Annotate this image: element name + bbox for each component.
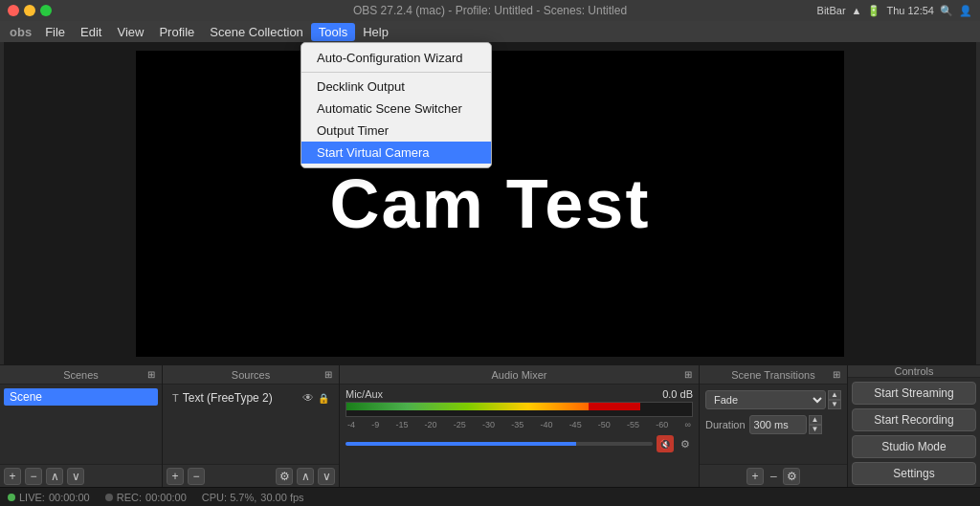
preview-content-text: Cam Test (330, 165, 651, 243)
tools-auto-switcher[interactable]: Automatic Scene Switcher (301, 98, 491, 120)
live-status: LIVE: 00:00:00 (8, 492, 90, 503)
scenes-down-btn[interactable]: ∨ (67, 468, 84, 485)
sources-content: T Text (FreeType 2) 👁 🔒 (163, 385, 339, 464)
transitions-footer: + − ⚙ (700, 464, 847, 487)
scenes-remove-btn[interactable]: − (25, 468, 42, 485)
menu-tools[interactable]: Tools (311, 23, 355, 41)
cpu-label: CPU: 5.7%, (202, 492, 256, 503)
duration-stepper-down[interactable]: ▼ (809, 425, 822, 434)
live-time: 00:00:00 (49, 492, 90, 503)
audio-content: Mic/Aux 0.0 dB -4 -9 -15 -20 (340, 385, 699, 487)
controls-panel: Controls Start Streaming Start Recording… (848, 365, 980, 487)
audio-meter (345, 402, 693, 417)
transitions-panel-icon[interactable]: ⊞ (830, 368, 843, 382)
tools-output-timer[interactable]: Output Timer (301, 120, 491, 142)
live-dot (8, 494, 15, 501)
scenes-panel-header: Scenes ⊞ (0, 365, 162, 385)
mic-db-value: 0.0 dB (662, 388, 693, 400)
transitions-header: Scene Transitions ⊞ (700, 365, 847, 385)
scenes-content: Scene (0, 385, 162, 464)
transition-stepper: ▲ ▼ (828, 390, 841, 409)
sources-add-btn[interactable]: + (167, 468, 184, 485)
menu-view[interactable]: View (109, 23, 151, 41)
audio-gear-btn[interactable]: ⚙ (678, 436, 693, 451)
rec-time: 00:00:00 (145, 492, 187, 503)
mute-button[interactable]: 🔇 (657, 435, 674, 452)
audio-mixer-panel: Audio Mixer ⊞ Mic/Aux 0.0 dB (340, 365, 700, 487)
audio-panel-icon[interactable]: ⊞ (681, 368, 695, 382)
tools-auto-config[interactable]: Auto-Configuration Wizard (301, 47, 491, 69)
start-streaming-button[interactable]: Start Streaming (852, 382, 976, 405)
user-icon[interactable]: 👤 (959, 5, 972, 17)
volume-slider[interactable] (345, 442, 653, 446)
scene-transitions-panel: Scene Transitions ⊞ Fade ▲ ▼ Duration (700, 365, 848, 487)
controls-header: Controls (848, 365, 980, 378)
studio-mode-button[interactable]: Studio Mode (852, 435, 976, 458)
rec-label: REC: (117, 492, 142, 503)
meter-labels: -4 -9 -15 -20 -25 -30 -35 -40 -45 -50 -5… (345, 420, 693, 429)
system-icons: BitBar ▲ 🔋 Thu 12:54 🔍 👤 (817, 0, 972, 21)
scene-item-scene[interactable]: Scene (4, 388, 158, 406)
transitions-label: Scene Transitions (731, 369, 814, 381)
minimize-button[interactable] (24, 5, 35, 16)
duration-stepper-up[interactable]: ▲ (809, 415, 822, 425)
transition-select[interactable]: Fade (705, 390, 826, 409)
search-icon[interactable]: 🔍 (940, 5, 953, 17)
scenes-label: Scenes (63, 369, 99, 381)
stepper-up[interactable]: ▲ (828, 390, 841, 400)
rec-status: REC: 00:00:00 (105, 492, 187, 503)
audio-channel-mic: Mic/Aux 0.0 dB -4 -9 -15 -20 (345, 388, 693, 452)
tools-dropdown: Auto-Configuration Wizard Decklink Outpu… (301, 42, 492, 168)
sources-down-btn[interactable]: ∨ (318, 468, 335, 485)
start-recording-button[interactable]: Start Recording (852, 408, 976, 431)
transition-select-row: Fade ▲ ▼ (705, 390, 841, 409)
menu-profile[interactable]: Profile (151, 23, 202, 41)
meter-scale (346, 403, 692, 410)
scenes-up-btn[interactable]: ∧ (46, 468, 63, 485)
tools-virtual-camera[interactable]: Start Virtual Camera (301, 142, 491, 164)
menu-edit[interactable]: Edit (73, 23, 109, 41)
menu-file[interactable]: File (37, 23, 73, 41)
meter-bar-red (589, 403, 640, 410)
sources-gear-btn[interactable]: ⚙ (276, 468, 293, 485)
controls-label: Controls (895, 365, 934, 377)
scenes-add-btn[interactable]: + (4, 468, 21, 485)
traffic-lights (0, 5, 52, 16)
source-eye-icon[interactable]: 👁 (302, 391, 314, 405)
bitbar-icon: BitBar (817, 5, 846, 16)
stepper-down[interactable]: ▼ (828, 400, 841, 409)
scenes-panel-icon[interactable]: ⊞ (145, 368, 158, 382)
sources-panel-icon[interactable]: ⊞ (322, 368, 335, 382)
scenes-footer: + − ∧ ∨ (0, 464, 162, 487)
meter-bar-green (346, 403, 589, 410)
transition-gear-btn[interactable]: ⚙ (783, 468, 800, 485)
battery-icon: 🔋 (867, 5, 880, 17)
transition-add-btn[interactable]: + (746, 468, 764, 485)
menu-separator-1 (301, 72, 491, 73)
duration-stepper: ▲ ▼ (809, 415, 822, 434)
maximize-button[interactable] (40, 5, 52, 16)
fps-label: 30.00 fps (260, 492, 303, 503)
live-label: LIVE: (19, 492, 45, 503)
title-bar: OBS 27.2.4 (mac) - Profile: Untitled - S… (0, 0, 980, 21)
tools-decklink[interactable]: Decklink Output (301, 76, 491, 98)
bottom-panels: Scenes ⊞ Scene + − ∧ ∨ Sources ⊞ T (0, 364, 980, 487)
duration-input[interactable] (749, 415, 807, 434)
close-button[interactable] (8, 5, 19, 16)
menu-scene-collection[interactable]: Scene Collection (202, 23, 311, 41)
cpu-status: CPU: 5.7%, 30.00 fps (202, 492, 304, 503)
sources-panel: Sources ⊞ T Text (FreeType 2) 👁 🔒 + − ⚙ … (163, 365, 340, 487)
app-logo: obs (4, 25, 37, 39)
menu-help[interactable]: Help (355, 23, 396, 41)
sources-panel-header: Sources ⊞ (163, 365, 339, 385)
scenes-panel: Scenes ⊞ Scene + − ∧ ∨ (0, 365, 163, 487)
sources-label: Sources (232, 369, 270, 381)
text-source-icon: T (172, 392, 179, 404)
sources-up-btn[interactable]: ∧ (297, 468, 314, 485)
source-item-text[interactable]: T Text (FreeType 2) 👁 🔒 (167, 388, 335, 407)
settings-button[interactable]: Settings (852, 462, 976, 485)
source-lock-icon[interactable]: 🔒 (318, 393, 329, 404)
wifi-icon: ▲ (852, 5, 862, 16)
sources-remove-btn[interactable]: − (188, 468, 205, 485)
duration-label: Duration (705, 419, 746, 430)
